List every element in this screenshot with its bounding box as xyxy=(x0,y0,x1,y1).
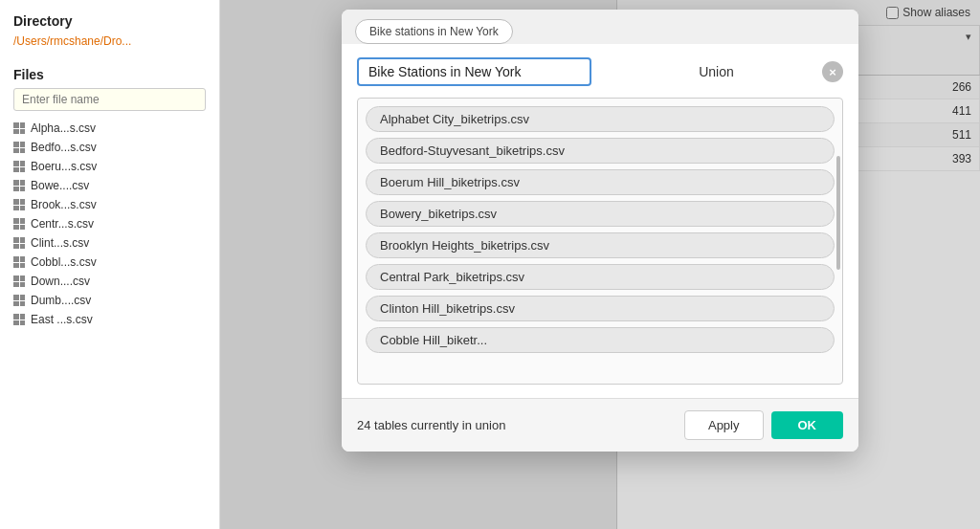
sidebar-file-item[interactable]: Alpha...s.csv xyxy=(0,119,219,138)
modal-file-item[interactable]: Brooklyn Heights_biketrips.csv xyxy=(366,232,835,258)
sidebar: Directory /Users/rmcshane/Dro... Files A… xyxy=(0,0,220,529)
main-area: Show aliases #▾ ▾ Bike stations in New Y… xyxy=(220,0,980,529)
file-list: Alpha...s.csv Bedfo...s.csv Boeru...s.cs… xyxy=(0,119,219,529)
modal-file-list[interactable]: Alphabet City_biketrips.csvBedford-Stuyv… xyxy=(357,98,843,385)
sidebar-file-item[interactable]: Cobbl...s.csv xyxy=(0,253,219,272)
modal-close-button[interactable]: × xyxy=(822,61,843,82)
union-modal: Bike stations in New York Union × Alphab… xyxy=(342,10,858,452)
table-file-icon xyxy=(13,237,25,249)
modal-overlay: Bike stations in New York Union × Alphab… xyxy=(220,0,980,529)
modal-file-item[interactable]: Clinton Hill_biketrips.csv xyxy=(366,296,835,321)
file-name: Dumb....csv xyxy=(31,294,91,307)
sidebar-file-item[interactable]: Brook...s.csv xyxy=(0,195,219,214)
file-name: Bedfo...s.csv xyxy=(31,141,97,154)
table-file-icon xyxy=(13,295,25,306)
table-count-text: 24 tables currently in union xyxy=(357,418,684,432)
sidebar-file-item[interactable]: Centr...s.csv xyxy=(0,214,219,233)
file-name: East ...s.csv xyxy=(31,313,93,326)
table-file-icon xyxy=(13,161,25,172)
modal-file-item[interactable]: Central Park_biketrips.csv xyxy=(366,264,835,290)
modal-title-input[interactable] xyxy=(357,57,591,86)
sidebar-file-item[interactable]: Boeru...s.csv xyxy=(0,157,219,176)
table-file-icon xyxy=(13,276,25,287)
modal-file-item[interactable]: Boerum Hill_biketrips.csv xyxy=(366,169,835,195)
table-file-icon xyxy=(13,218,25,230)
file-name: Bowe....csv xyxy=(31,179,89,192)
modal-file-item[interactable]: Alphabet City_biketrips.csv xyxy=(366,106,835,132)
sidebar-file-item[interactable]: Dumb....csv xyxy=(0,291,219,310)
table-file-icon xyxy=(13,256,25,268)
files-label: Files xyxy=(0,59,219,88)
file-name: Centr...s.csv xyxy=(31,217,94,231)
modal-file-item[interactable]: Cobble Hill_biketr... xyxy=(366,327,835,353)
modal-union-label: Union xyxy=(611,64,822,79)
modal-file-item[interactable]: Bowery_biketrips.csv xyxy=(366,201,835,227)
modal-file-item[interactable]: Bedford-Stuyvesant_biketrips.csv xyxy=(366,138,835,164)
sidebar-file-item[interactable]: Bedfo...s.csv xyxy=(0,138,219,157)
directory-path[interactable]: /Users/rmcshane/Dro... xyxy=(0,33,219,59)
table-file-icon xyxy=(13,314,25,325)
file-name: Cobbl...s.csv xyxy=(31,255,97,269)
directory-label: Directory xyxy=(0,0,219,33)
sidebar-file-item[interactable]: Bowe....csv xyxy=(0,176,219,195)
table-file-icon xyxy=(13,142,25,153)
apply-button[interactable]: Apply xyxy=(684,410,764,440)
sidebar-file-item[interactable]: Clint...s.csv xyxy=(0,233,219,253)
scrollbar[interactable] xyxy=(836,156,840,270)
file-name: Boeru...s.csv xyxy=(31,160,97,173)
modal-body: Union × Alphabet City_biketrips.csvBedfo… xyxy=(342,44,858,398)
table-file-icon xyxy=(13,122,25,134)
table-file-icon xyxy=(13,180,25,191)
sidebar-file-item[interactable]: East ...s.csv xyxy=(0,310,219,329)
modal-tab-active[interactable]: Bike stations in New York xyxy=(355,19,513,44)
file-name: Brook...s.csv xyxy=(31,198,97,211)
table-file-icon xyxy=(13,199,25,210)
file-name: Clint...s.csv xyxy=(31,236,89,250)
sidebar-file-item[interactable]: Down....csv xyxy=(0,272,219,291)
modal-title-row: Union × xyxy=(357,57,843,86)
ok-button[interactable]: OK xyxy=(771,411,844,439)
file-name: Alpha...s.csv xyxy=(31,121,96,135)
file-name: Down....csv xyxy=(31,275,90,288)
file-search-input[interactable] xyxy=(13,88,206,111)
modal-tab-bar: Bike stations in New York xyxy=(342,10,858,44)
modal-footer: 24 tables currently in union Apply OK xyxy=(342,398,858,452)
